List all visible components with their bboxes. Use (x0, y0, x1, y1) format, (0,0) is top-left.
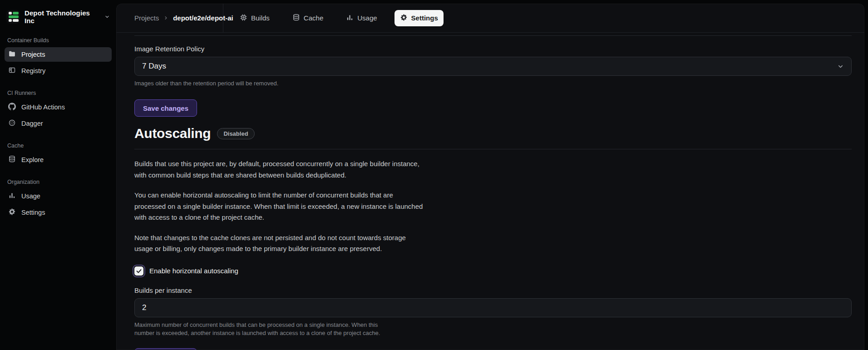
package-icon (8, 66, 16, 75)
sidebar-item-dagger[interactable]: Dagger (5, 116, 112, 131)
gear-icon (8, 208, 16, 217)
autoscaling-title: Autoscaling (134, 126, 211, 141)
chevron-down-icon (104, 14, 110, 20)
autoscaling-paragraph: Note that changes to the cache clones ar… (134, 232, 425, 255)
sidebar-item-label: Registry (21, 67, 45, 74)
retention-policy-label: Image Retention Policy (134, 45, 852, 53)
sidebar-item-label: Explore (21, 156, 44, 163)
chevron-right-icon (163, 15, 168, 20)
section-label: Container Builds (5, 37, 112, 44)
github-icon (8, 103, 16, 112)
org-name: Depot Technologies Inc (25, 9, 100, 25)
sidebar-item-github-actions[interactable]: GitHub Actions (5, 100, 112, 114)
enable-autoscaling-label: Enable horizontal autoscaling (149, 267, 238, 275)
chevron-down-icon (837, 63, 844, 70)
sidebar-item-label: Usage (21, 192, 40, 200)
tab-label: Settings (411, 14, 438, 22)
tab-usage[interactable]: Usage (340, 10, 382, 26)
sidebar-item-settings[interactable]: Settings (5, 205, 112, 220)
breadcrumb-projects-link[interactable]: Projects (134, 14, 159, 22)
main-panel: Projects depot/e2e/depot-ai Builds Cache (116, 4, 864, 350)
dagger-icon (8, 119, 16, 128)
checkmark-icon (136, 268, 142, 274)
section-divider (134, 35, 852, 36)
top-nav: Projects depot/e2e/depot-ai Builds Cache (116, 4, 864, 33)
section-label: Organization (5, 179, 112, 185)
bar-chart-icon (346, 14, 354, 23)
tab-label: Cache (304, 14, 323, 22)
database-icon (292, 14, 300, 23)
builds-per-instance-label: Builds per instance (134, 286, 852, 294)
sidebar-item-usage[interactable]: Usage (5, 189, 112, 203)
enable-autoscaling-checkbox[interactable] (134, 266, 143, 276)
chip-icon (240, 14, 247, 23)
sidebar-item-label: GitHub Actions (21, 104, 65, 111)
sidebar-item-explore[interactable]: Explore (5, 153, 112, 167)
autoscaling-paragraph: Builds that use this project are, by def… (134, 158, 425, 181)
retention-policy-select[interactable]: 7 Days (134, 57, 852, 76)
sidebar-section-container-builds: Container Builds Projects Registry (5, 37, 112, 78)
sidebar-item-registry[interactable]: Registry (5, 64, 112, 78)
builds-per-instance-help: Maximum number of concurrent builds that… (134, 321, 389, 337)
section-label: CI Runners (5, 90, 112, 96)
save-changes-button[interactable]: Save changes (134, 99, 197, 117)
sidebar-section-organization: Organization Usage Settings (5, 179, 112, 220)
retention-policy-value: 7 Days (142, 62, 166, 71)
tab-settings[interactable]: Settings (395, 10, 444, 26)
disabled-status-badge: Disabled (217, 128, 254, 139)
depot-logo-icon (6, 10, 20, 24)
gear-icon (400, 14, 408, 23)
retention-policy-help: Images older than the retention period w… (134, 79, 852, 88)
save-changes-button[interactable]: Save changes (134, 348, 197, 350)
settings-content: Image Retention Policy 7 Days Images old… (116, 33, 864, 350)
sidebar-section-ci-runners: CI Runners GitHub Actions Dagger (5, 90, 112, 131)
sidebar-section-cache: Cache Explore (5, 143, 112, 167)
sidebar: Depot Technologies Inc Container Builds … (0, 0, 116, 350)
sidebar-item-label: Settings (21, 209, 45, 216)
builds-per-instance-input[interactable] (134, 298, 852, 317)
sidebar-item-label: Projects (21, 51, 45, 58)
tab-builds[interactable]: Builds (234, 10, 275, 26)
org-switcher[interactable]: Depot Technologies Inc (5, 8, 112, 25)
sidebar-item-projects[interactable]: Projects (5, 47, 112, 62)
tab-cache[interactable]: Cache (287, 10, 329, 26)
section-divider (134, 149, 852, 149)
autoscaling-paragraph: You can enable horizontal autoscaling to… (134, 190, 425, 223)
project-tabs: Builds Cache Usage Settings (223, 4, 444, 32)
breadcrumb: Projects depot/e2e/depot-ai (116, 4, 223, 32)
bar-chart-icon (8, 192, 16, 201)
sidebar-item-label: Dagger (21, 120, 43, 127)
folder-icon (8, 50, 16, 59)
tab-label: Usage (357, 14, 377, 22)
enable-autoscaling-row: Enable horizontal autoscaling (134, 266, 852, 276)
tab-label: Builds (251, 14, 270, 22)
database-icon (8, 155, 16, 164)
section-label: Cache (5, 143, 112, 149)
